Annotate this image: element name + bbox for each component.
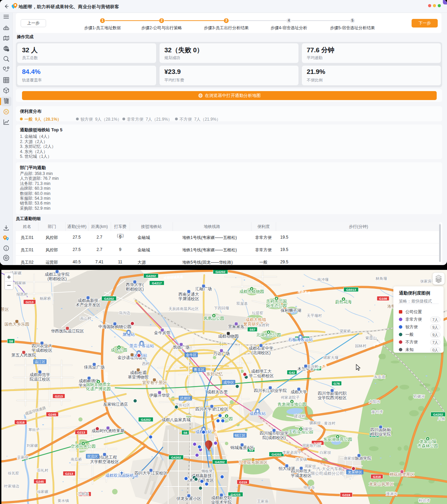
svg-text:双流区: 双流区: [87, 454, 98, 458]
svg-text:锦江区: 锦江区: [235, 433, 246, 437]
svg-text:学成龙校区: 学成龙校区: [291, 473, 312, 478]
svg-text:建设村: 建设村: [294, 414, 306, 418]
svg-text:G245: G245: [48, 413, 56, 416]
svg-text:周家珉竹园: 周家珉竹园: [302, 443, 321, 448]
svg-text:园林村: 园林村: [355, 344, 367, 348]
svg-text:S8: S8: [9, 339, 13, 343]
svg-text:(北湖校区): (北湖校区): [251, 350, 271, 355]
svg-text:S57: S57: [250, 328, 255, 331]
svg-text:郫都校区): 郫都校区): [126, 287, 144, 292]
svg-text:黄竹湾: 黄竹湾: [372, 410, 383, 414]
svg-text:G4202: G4202: [216, 270, 226, 274]
svg-text:崇礼村: 崇礼村: [37, 468, 48, 472]
svg-text:G4202: G4202: [171, 456, 181, 459]
svg-text:G76: G76: [334, 382, 340, 385]
svg-text:李家老房子: 李家老房子: [283, 450, 302, 454]
svg-text:王家庙: 王家庙: [257, 499, 269, 503]
svg-text:G4202: G4202: [215, 460, 225, 464]
svg-text:限公司成都分公司: 限公司成都分公司: [311, 471, 344, 476]
svg-text:G213: G213: [25, 300, 33, 304]
svg-text:学二仙桥校区: 学二仙桥校区: [249, 373, 274, 378]
svg-text:院温江校区: 院温江校区: [30, 377, 50, 382]
svg-text:G5013: G5013: [346, 288, 356, 292]
svg-text:G42: G42: [289, 371, 295, 374]
svg-text:武侯区: 武侯区: [180, 396, 191, 400]
svg-text:G319: G319: [239, 480, 247, 484]
svg-text:石碾河: 石碾河: [414, 394, 425, 398]
svg-text:景区: 景区: [1, 307, 9, 312]
svg-text:梁家桥: 梁家桥: [340, 329, 351, 333]
svg-text:草街子: 草街子: [29, 428, 40, 432]
svg-text:化遗产博览园: 化遗产博览园: [86, 386, 111, 391]
svg-text:顾家林: 顾家林: [15, 281, 26, 285]
svg-text:方林盘: 方林盘: [78, 492, 89, 496]
svg-text:周家坝: 周家坝: [305, 464, 316, 468]
svg-text:黄连村: 黄连村: [324, 421, 336, 425]
svg-text:东郊记忆: 东郊记忆: [206, 372, 223, 376]
svg-text:唐家坝: 唐家坝: [344, 456, 355, 460]
svg-text:金牛区: 金牛区: [186, 353, 197, 357]
svg-text:G4202: G4202: [141, 418, 151, 421]
svg-text:G213: G213: [55, 394, 63, 398]
svg-text:温江区: 温江区: [34, 360, 45, 364]
svg-text:G213: G213: [65, 472, 73, 475]
svg-text:成都大熊猫: 成都大熊猫: [246, 317, 266, 322]
svg-text:友家锦江酒店: 友家锦江酒店: [103, 402, 128, 407]
svg-text:白家坝: 白家坝: [320, 450, 331, 454]
svg-text:G318: G318: [17, 420, 24, 424]
svg-text:G4215: G4215: [231, 493, 241, 496]
svg-text:坛提窑: 坛提窑: [252, 311, 263, 315]
svg-text:杨家桥: 杨家桥: [40, 296, 51, 300]
svg-text:洪安镇: 洪安镇: [296, 457, 307, 461]
svg-text:一汽-大众汽车有: 一汽-大众汽车有: [312, 467, 342, 471]
svg-text:天平堰村: 天平堰村: [307, 314, 322, 318]
svg-text:紫霞山: 紫霞山: [366, 336, 377, 340]
svg-text:青羊区: 青羊区: [194, 368, 205, 372]
svg-text:骡家坝: 骡家坝: [309, 421, 321, 425]
svg-text:报恩村: 报恩村: [17, 292, 28, 296]
svg-text:高山村: 高山村: [80, 316, 91, 320]
svg-text:东岳庙: 东岳庙: [374, 375, 385, 379]
svg-text:G108: G108: [379, 297, 387, 300]
svg-text:院(成都校区): 院(成都校区): [262, 435, 286, 440]
svg-text:刘家碾: 刘家碾: [26, 443, 38, 448]
svg-text:成都八益家具城: 成都八益家具城: [162, 417, 190, 422]
svg-text:大学航空港校区: 大学航空港校区: [90, 459, 119, 464]
svg-text:大阳沟: 大阳沟: [369, 399, 380, 404]
svg-text:吴家坝: 吴家坝: [17, 455, 29, 459]
svg-text:黄连树: 黄连树: [307, 364, 318, 369]
svg-text:市森林公园: 市森林公园: [417, 443, 438, 448]
svg-text:学成都校区: 学成都校区: [32, 348, 52, 353]
svg-text:西村: 西村: [142, 362, 150, 366]
svg-text:粉坊湾: 粉坊湾: [419, 498, 430, 503]
svg-text:龙泉驿区: 龙泉驿区: [348, 470, 362, 474]
svg-text:下四回堰: 下四回堰: [214, 306, 229, 310]
svg-text:永胜村: 永胜村: [258, 323, 270, 327]
svg-text:保利狮子湖: 保利狮子湖: [281, 308, 301, 313]
svg-text:猪家大堰: 猪家大堰: [323, 355, 338, 360]
svg-text:G4202: G4202: [146, 274, 156, 278]
svg-text:榜职业学院: 榜职业学院: [370, 432, 391, 437]
svg-text:马沟边: 马沟边: [119, 311, 130, 315]
svg-text:G4217: G4217: [152, 281, 162, 285]
svg-text:徐家碾: 徐家碾: [37, 490, 48, 494]
svg-text:成都理工大: 成都理工大: [251, 369, 272, 374]
svg-text:八角: 八角: [438, 417, 445, 421]
svg-text:南冲堰: 南冲堰: [317, 277, 329, 282]
svg-text:明金寺: 明金寺: [304, 485, 315, 490]
svg-text:南瓜桥: 南瓜桥: [71, 457, 82, 461]
svg-text:漫淋沟: 漫淋沟: [386, 492, 397, 496]
svg-text:业学院西河校区: 业学院西河校区: [318, 395, 347, 400]
svg-text:(郫都校区): (郫都校区): [47, 276, 67, 281]
svg-text:成都太古里: 成都太古里: [207, 390, 228, 394]
svg-text:徐瓦窑: 徐瓦窑: [8, 471, 19, 475]
svg-text:S6: S6: [183, 431, 187, 435]
svg-text:林角堰: 林角堰: [375, 276, 387, 281]
svg-text:成华区: 成华区: [223, 380, 234, 384]
svg-text:G213: G213: [77, 430, 85, 434]
svg-text:学犀浦校区: 学犀浦校区: [178, 296, 199, 301]
svg-text:龙泉山风景区: 龙泉山风景区: [369, 482, 394, 486]
svg-text:术产业开发区: 术产业开发区: [75, 303, 100, 307]
svg-text:草堂博物馆: 草堂博物馆: [128, 375, 149, 380]
svg-text:G318: G318: [373, 475, 381, 479]
